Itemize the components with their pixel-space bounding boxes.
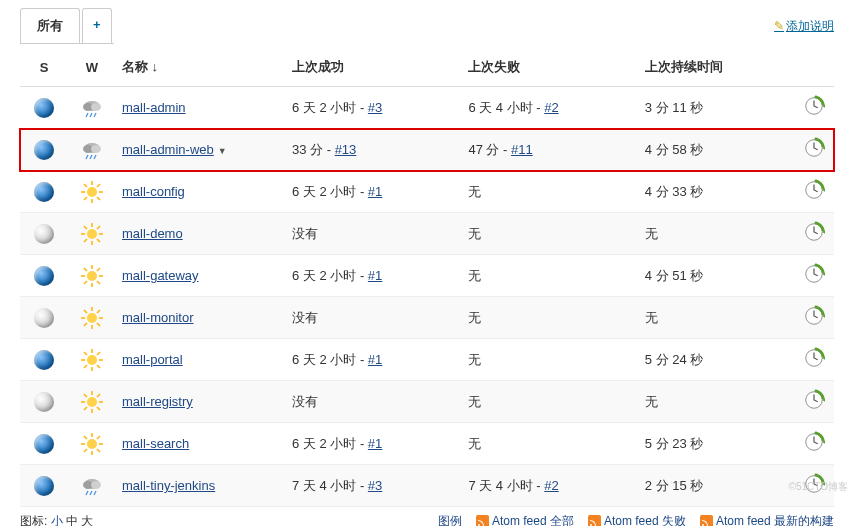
svg-line-79: [97, 394, 100, 397]
job-link[interactable]: mall-demo: [122, 226, 183, 241]
table-row: mall-gateway 6 天 2 小时 - #1 无 4 分 51 秒: [20, 255, 834, 297]
job-link[interactable]: mall-gateway: [122, 268, 199, 283]
weather-icon: [80, 435, 104, 450]
last-duration-cell: 无: [639, 381, 794, 423]
build-link[interactable]: #3: [368, 478, 382, 493]
last-duration-cell: 4 分 58 秒: [639, 129, 794, 171]
svg-point-60: [87, 355, 97, 365]
watermark: ©51CTO博客: [789, 480, 848, 494]
rss-latest-link[interactable]: Atom feed 最新的构建: [716, 514, 834, 526]
svg-line-21: [84, 184, 87, 187]
job-link[interactable]: mall-monitor: [122, 310, 194, 325]
build-link[interactable]: #1: [368, 268, 382, 283]
weather-icon: [80, 351, 104, 366]
rss-icon: [476, 515, 489, 526]
job-link[interactable]: mall-config: [122, 184, 185, 199]
last-success-cell: 33 分 - #13: [286, 129, 462, 171]
icon-size-picker: 图标: 小 中 大: [20, 513, 93, 526]
table-row: mall-search 6 天 2 小时 - #1 无 5 分 23 秒: [20, 423, 834, 465]
view-tabs: 所有 +: [20, 8, 114, 44]
job-link[interactable]: mall-search: [122, 436, 189, 451]
rss-all-link[interactable]: Atom feed 全部: [492, 514, 574, 526]
last-duration-cell: 3 分 11 秒: [639, 87, 794, 129]
svg-line-97: [90, 491, 92, 495]
status-ball-icon: [34, 476, 54, 496]
build-link[interactable]: #2: [544, 100, 558, 115]
build-link[interactable]: #1: [368, 184, 382, 199]
status-ball-icon: [34, 392, 54, 412]
status-ball-icon: [34, 224, 54, 244]
weather-icon: [80, 141, 104, 156]
svg-line-46: [97, 268, 100, 271]
schedule-build-button[interactable]: [803, 263, 825, 288]
last-success-cell: 6 天 2 小时 - #3: [286, 87, 462, 129]
build-link[interactable]: #1: [368, 436, 382, 451]
schedule-build-button[interactable]: [803, 305, 825, 330]
last-failure-cell: 无: [462, 381, 638, 423]
tab-add-view[interactable]: +: [82, 8, 112, 43]
svg-line-24: [97, 184, 100, 187]
legend-link[interactable]: 图例: [438, 513, 462, 526]
table-row: mall-monitor 没有 无 无: [20, 297, 834, 339]
svg-line-23: [84, 197, 87, 200]
svg-line-54: [84, 310, 87, 313]
job-link[interactable]: mall-registry: [122, 394, 193, 409]
build-link[interactable]: #13: [335, 142, 357, 157]
build-link[interactable]: #1: [368, 352, 382, 367]
svg-line-3: [86, 113, 88, 117]
status-ball-icon: [34, 182, 54, 202]
schedule-build-button[interactable]: [803, 389, 825, 414]
job-link[interactable]: mall-portal: [122, 352, 183, 367]
col-weather[interactable]: W: [68, 48, 116, 87]
last-success-cell: 没有: [286, 213, 462, 255]
weather-icon: [80, 225, 104, 240]
svg-line-89: [84, 449, 87, 452]
col-last-duration[interactable]: 上次持续时间: [639, 48, 794, 87]
svg-line-90: [97, 436, 100, 439]
svg-line-12: [90, 155, 92, 159]
col-last-success[interactable]: 上次成功: [286, 48, 462, 87]
build-link[interactable]: #11: [511, 142, 533, 157]
last-failure-cell: 无: [462, 297, 638, 339]
svg-line-88: [97, 449, 100, 452]
schedule-build-button[interactable]: [803, 431, 825, 456]
job-link[interactable]: mall-admin: [122, 100, 186, 115]
schedule-build-button[interactable]: [803, 137, 825, 162]
icon-size-small[interactable]: 小: [51, 514, 63, 526]
last-failure-cell: 无: [462, 339, 638, 381]
last-success-cell: 没有: [286, 297, 462, 339]
svg-point-10: [91, 145, 101, 153]
rss-icon: [588, 515, 601, 526]
table-row: mall-config 6 天 2 小时 - #1 无 4 分 33 秒: [20, 171, 834, 213]
last-duration-cell: 无: [639, 297, 794, 339]
col-name[interactable]: 名称 ↓: [116, 48, 286, 87]
table-row: mall-admin 6 天 2 小时 - #3 6 天 4 小时 - #2 3…: [20, 87, 834, 129]
last-success-cell: 6 天 2 小时 - #1: [286, 339, 462, 381]
schedule-build-button[interactable]: [803, 221, 825, 246]
weather-icon: [80, 183, 104, 198]
tab-all[interactable]: 所有: [20, 8, 80, 43]
last-failure-cell: 无: [462, 423, 638, 465]
table-row: mall-registry 没有 无 无: [20, 381, 834, 423]
icon-size-large[interactable]: 大: [81, 514, 93, 526]
col-status[interactable]: S: [20, 48, 68, 87]
job-link[interactable]: mall-admin-web: [122, 142, 214, 157]
schedule-build-button[interactable]: [803, 95, 825, 120]
svg-point-2: [91, 103, 101, 111]
table-row: mall-portal 6 天 2 小时 - #1 无 5 分 24 秒: [20, 339, 834, 381]
status-ball-icon: [34, 308, 54, 328]
icon-size-medium[interactable]: 中: [66, 514, 78, 526]
svg-line-11: [86, 155, 88, 159]
svg-line-66: [97, 365, 100, 368]
add-description-link[interactable]: ✎ 添加说明: [774, 18, 834, 35]
chevron-down-icon[interactable]: ▼: [218, 146, 227, 156]
rss-fail-link[interactable]: Atom feed 失败: [604, 514, 686, 526]
job-link[interactable]: mall-tiny-jenkins: [122, 478, 215, 493]
schedule-build-button[interactable]: [803, 347, 825, 372]
build-link[interactable]: #2: [544, 478, 558, 493]
schedule-build-button[interactable]: [803, 179, 825, 204]
svg-line-78: [84, 407, 87, 410]
svg-line-32: [84, 226, 87, 229]
build-link[interactable]: #3: [368, 100, 382, 115]
col-last-failure[interactable]: 上次失败: [462, 48, 638, 87]
